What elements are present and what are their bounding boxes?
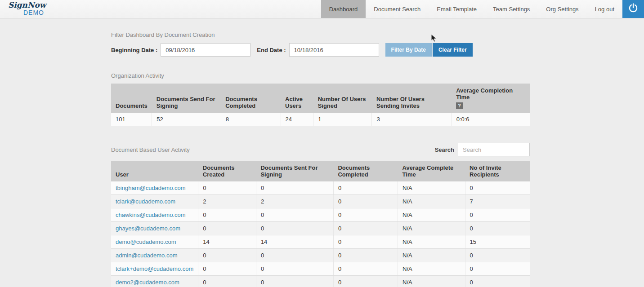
- column-header-documents-completed: Documents Completed: [221, 84, 281, 113]
- app-logo[interactable]: SignNow DEMO: [0, 0, 99, 18]
- search-input[interactable]: [458, 143, 530, 156]
- column-header-documents-created: Documents Created: [198, 161, 256, 181]
- nav-item-team-settings[interactable]: Team Settings: [485, 0, 538, 18]
- date-filter-row: Beginning Date : End Date : Filter By Da…: [111, 43, 530, 57]
- table-cell: 0: [198, 276, 256, 287]
- table-cell: N/A: [398, 208, 465, 222]
- table-cell: 0: [333, 249, 398, 262]
- table-cell: 0: [256, 249, 333, 262]
- org-users-sending-invites-value: 3: [372, 113, 452, 126]
- table-row: demo2@cudademo.com000N/A0: [111, 276, 530, 287]
- logo-signnow-text: SignNow: [8, 1, 99, 9]
- nav-item-document-search[interactable]: Document Search: [366, 0, 429, 18]
- org-users-signed-value: 1: [313, 113, 372, 126]
- user-activity-header: Document Based User Activity Search: [111, 143, 530, 156]
- column-header-average-completion-time: Average Completion Time ?: [452, 84, 530, 113]
- search-label: Search: [435, 146, 454, 153]
- dashboard-content: Filter Dashboard By Document Creation Be…: [111, 18, 530, 287]
- table-cell: N/A: [398, 249, 465, 262]
- org-send-for-signing-value: 52: [152, 113, 221, 126]
- beginning-date-label: Beginning Date :: [111, 47, 157, 53]
- table-cell: 0: [198, 249, 256, 262]
- table-cell: N/A: [398, 276, 465, 287]
- filter-section-title: Filter Dashboard By Document Creation: [111, 18, 530, 38]
- table-cell: N/A: [398, 195, 465, 208]
- org-documents-value: 101: [111, 113, 152, 126]
- table-cell: tclark@cudademo.com: [111, 195, 198, 208]
- main-nav: Dashboard Document Search Email Template…: [321, 0, 622, 18]
- user-activity-table: User Documents Created Documents Sent Fo…: [111, 161, 530, 287]
- column-header-number-of-users-sending-invites: Number Of Users Sending Invites: [372, 84, 452, 113]
- column-header-documents: Documents: [111, 84, 152, 113]
- table-cell: 2: [198, 195, 256, 208]
- user-activity-body: tbingham@cudademo.com000N/A0tclark@cudad…: [111, 181, 530, 287]
- table-cell: 0: [333, 181, 398, 195]
- user-email-link[interactable]: tbingham@cudademo.com: [116, 185, 186, 191]
- table-cell: 0: [333, 262, 398, 276]
- column-header-documents-send-for-signing: Documents Send For Signing: [152, 84, 221, 113]
- end-date-input[interactable]: [289, 43, 379, 57]
- table-cell: admin@cudademo.com: [111, 249, 198, 262]
- table-cell: 0: [333, 208, 398, 222]
- help-icon[interactable]: ?: [456, 102, 463, 109]
- column-header-number-of-users-signed: Number Of Users Signed: [313, 84, 372, 113]
- table-cell: 0: [465, 208, 530, 222]
- column-header-no-of-invite-recipients: No of Invite Recipients: [465, 161, 530, 181]
- nav-item-dashboard[interactable]: Dashboard: [321, 0, 366, 18]
- table-cell: N/A: [398, 222, 465, 235]
- table-cell: 0: [256, 262, 333, 276]
- user-email-link[interactable]: admin@cudademo.com: [116, 252, 177, 259]
- table-row: tclark@cudademo.com220N/A7: [111, 195, 530, 208]
- beginning-date-input[interactable]: [161, 43, 250, 57]
- org-completed-value: 8: [221, 113, 281, 126]
- table-row: ghayes@cudademo.com000N/A0: [111, 222, 530, 235]
- table-cell: 2: [256, 195, 333, 208]
- org-activity-title: Organization Activity: [111, 72, 530, 79]
- user-email-link[interactable]: ghayes@cudademo.com: [116, 225, 180, 232]
- nav-item-org-settings[interactable]: Org Settings: [538, 0, 586, 18]
- user-email-link[interactable]: tclark+demo@cudademo.com: [116, 265, 193, 272]
- table-cell: 0: [198, 181, 256, 195]
- table-cell: 14: [198, 235, 256, 249]
- org-avg-completion-time-value: 0:0:6: [452, 113, 530, 126]
- table-cell: demo@cudademo.com: [111, 235, 198, 249]
- column-header-average-complete-time: Average Complete Time: [398, 161, 465, 181]
- table-row: admin@cudademo.com000N/A0: [111, 249, 530, 262]
- table-cell: tbingham@cudademo.com: [111, 181, 198, 195]
- filter-by-date-button[interactable]: Filter By Date: [385, 43, 432, 57]
- table-cell: 0: [333, 276, 398, 287]
- user-email-link[interactable]: chawkins@cudademo.com: [116, 212, 186, 218]
- table-cell: 0: [198, 222, 256, 235]
- clear-filter-button[interactable]: Clear Filter: [433, 43, 473, 57]
- table-cell: 0: [465, 181, 530, 195]
- table-cell: 0: [256, 181, 333, 195]
- top-nav-bar: SignNow DEMO Dashboard Document Search E…: [0, 0, 644, 18]
- table-row: tclark+demo@cudademo.com000N/A0: [111, 262, 530, 276]
- user-email-link[interactable]: tclark@cudademo.com: [116, 198, 175, 205]
- table-cell: N/A: [398, 262, 465, 276]
- org-activity-data-row: 101 52 8 24 1 3 0:0:6: [111, 113, 530, 126]
- table-cell: 14: [256, 235, 333, 249]
- table-cell: 0: [256, 222, 333, 235]
- table-cell: 0: [198, 208, 256, 222]
- user-email-link[interactable]: demo2@cudademo.com: [116, 279, 179, 286]
- user-email-link[interactable]: demo@cudademo.com: [116, 238, 176, 245]
- table-cell: chawkins@cudademo.com: [111, 208, 198, 222]
- power-logout-button[interactable]: [622, 0, 644, 18]
- logo-demo-text: DEMO: [23, 9, 99, 16]
- table-cell: demo2@cudademo.com: [111, 276, 198, 287]
- search-area: Search: [435, 143, 530, 156]
- avg-completion-time-label: Average Completion Time: [456, 87, 513, 101]
- org-active-users-value: 24: [281, 113, 313, 126]
- table-cell: 0: [465, 222, 530, 235]
- table-cell: 0: [465, 249, 530, 262]
- org-activity-header-row: Documents Documents Send For Signing Doc…: [111, 84, 530, 113]
- column-header-documents-sent-for-signing: Documents Sent For Signing: [256, 161, 333, 181]
- table-cell: ghayes@cudademo.com: [111, 222, 198, 235]
- nav-item-email-template[interactable]: Email Template: [429, 0, 485, 18]
- nav-item-log-out[interactable]: Log out: [587, 0, 622, 18]
- table-cell: N/A: [398, 181, 465, 195]
- table-row: chawkins@cudademo.com000N/A0: [111, 208, 530, 222]
- table-cell: 0: [198, 262, 256, 276]
- table-cell: 0: [256, 276, 333, 287]
